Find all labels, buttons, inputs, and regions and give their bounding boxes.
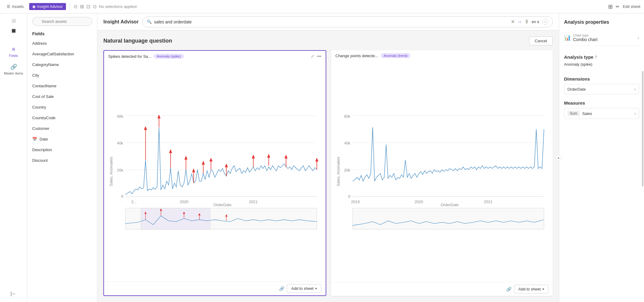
select-icon3: ⊡ (86, 4, 90, 9)
chart-type-icon: 📊 (564, 34, 571, 41)
field-item-address[interactable]: Address (27, 38, 97, 49)
link-icon-1[interactable]: 🔗 (279, 286, 284, 291)
field-item-discount[interactable]: Discount (27, 155, 97, 166)
grid-icon[interactable]: ⊞ (608, 3, 613, 10)
svg-text:20k: 20k (117, 168, 123, 172)
chart-2-title: Change points detecte... (335, 54, 378, 58)
search-bar[interactable]: 🔍 sales and orderdate ✕ → 🎙 en ∨ i (142, 16, 553, 27)
sidebar-item-fields[interactable]: ≡ Fields (2, 44, 26, 60)
svg-rect-49 (141, 208, 210, 229)
sidebar-item-master-items[interactable]: 🔗 Master items (2, 61, 26, 78)
right-panel: Analysis properties 📊 Chart type Combo c… (559, 13, 644, 302)
chart-1-body: Sales, Anomalies 60k 40k 20k 0 2... 2 (104, 62, 326, 281)
assets-label: Assets (12, 4, 24, 9)
clear-search-icon[interactable]: ✕ (511, 19, 515, 25)
chart-1-badge: Anomaly (spike) (154, 54, 184, 59)
chart-type-row[interactable]: 📊 Chart type Combo chart › (564, 31, 639, 46)
calendar-icon: 📅 (32, 137, 37, 141)
dimension-row[interactable]: OrderDate › (564, 84, 639, 94)
main-content: Insight Advisor 🔍 sales and orderdate ✕ … (97, 13, 559, 302)
svg-text:OrderDate: OrderDate (441, 203, 459, 207)
field-item-description[interactable]: Description (27, 144, 97, 155)
dimensions-label: Dimensions (564, 76, 639, 82)
expand-icon-1[interactable]: ⤢ (311, 54, 314, 59)
svg-marker-29 (252, 154, 255, 158)
right-panel-collapse-btn[interactable]: ▲ (556, 155, 562, 161)
analysis-type-help[interactable]: ? (595, 55, 597, 60)
edit-sheet-icon[interactable]: ✏ (616, 4, 620, 9)
insight-advisor-nav-item[interactable]: ◉ Insight Advisor (29, 3, 66, 10)
measure-arrow[interactable]: › (634, 111, 636, 116)
svg-text:20k: 20k (344, 168, 351, 172)
svg-marker-21 (192, 168, 195, 172)
lang-selector[interactable]: en ∨ (532, 19, 540, 24)
svg-text:0: 0 (348, 194, 350, 199)
field-item-contactname[interactable]: ContactName (27, 81, 97, 91)
fields-panel-title: Fields (27, 28, 97, 38)
forward-icon[interactable]: → (517, 19, 522, 25)
svg-marker-13 (144, 126, 147, 130)
master-items-label: Master items (4, 71, 23, 75)
sidebar-collapse-btn[interactable]: |← (2, 289, 26, 299)
add-to-sheet-btn-1[interactable]: Add to sheet ▾ (287, 284, 321, 293)
svg-text:2020: 2020 (180, 200, 188, 204)
layout-split-icon: ⬛ (12, 29, 16, 33)
mic-icon[interactable]: 🎙 (525, 19, 529, 25)
svg-text:40k: 40k (344, 141, 351, 145)
no-selections-label: No selections applied (99, 4, 137, 9)
right-panel-scrollbar[interactable] (642, 71, 643, 187)
svg-text:Sales, Anomalies: Sales, Anomalies (109, 157, 113, 186)
insight-icon: ◉ (32, 4, 36, 9)
nlq-row: Natural language question Cancel (103, 36, 553, 45)
chart-card-2-header: Change points detecte... Anomaly (trend) (331, 50, 553, 61)
dimension-arrow[interactable]: › (634, 87, 636, 92)
chart-1-footer: 🔗 Add to sheet ▾ (104, 281, 326, 295)
svg-text:2...: 2... (131, 200, 137, 204)
svg-text:OrderDate: OrderDate (213, 203, 231, 207)
left-sidebar: ⬜ ⬛ ≡ Fields 🔗 Master items |← (0, 13, 27, 302)
assets-nav-item[interactable]: ☰ Assets (4, 3, 27, 10)
sidebar-item-toggle-right[interactable]: ⬛ (2, 26, 26, 35)
measure-value: Sales (582, 111, 632, 116)
svg-text:0: 0 (121, 194, 123, 199)
chart-type-section: 📊 Chart type Combo chart › (564, 31, 639, 46)
search-assets-input[interactable] (32, 17, 92, 26)
field-item-city[interactable]: City (27, 70, 97, 81)
chart-card-2: Change points detecte... Anomaly (trend)… (331, 50, 553, 296)
cancel-button[interactable]: Cancel (529, 36, 553, 45)
field-item-date[interactable]: 📅 Date (27, 134, 97, 144)
more-icon-1[interactable]: ••• (317, 54, 321, 59)
svg-marker-23 (202, 161, 205, 165)
field-item-cost-of-sale[interactable]: Cost of Sale (27, 91, 97, 102)
lang-label: en (532, 19, 536, 24)
assets-icon: ☰ (7, 4, 10, 9)
analysis-type-label: Analysis type (564, 54, 594, 60)
top-nav: ☰ Assets ◉ Insight Advisor ⊙ ⊞ ⊡ ⊙ No se… (0, 0, 644, 13)
measures-row[interactable]: Sum Sales › (564, 108, 639, 119)
fields-panel: 🔍 Fields AddressAverageCallSatisfactionC… (27, 13, 97, 302)
sidebar-item-toggle-left[interactable]: ⬜ (2, 16, 26, 25)
field-item-countrycode[interactable]: CountryCode (27, 113, 97, 123)
field-item-country[interactable]: Country (27, 102, 97, 113)
info-icon[interactable]: i (542, 19, 548, 25)
svg-marker-33 (285, 154, 288, 158)
edit-sheet-label[interactable]: Edit sheet (623, 4, 640, 9)
analysis-type-section: Analysis type ? Anomaly (spike) (564, 52, 639, 70)
svg-marker-27 (225, 163, 228, 167)
svg-marker-31 (267, 154, 270, 158)
link-icon-2[interactable]: 🔗 (506, 287, 511, 292)
svg-text:60k: 60k (344, 114, 351, 119)
chart-type-arrow[interactable]: › (638, 35, 639, 40)
sidebar-bottom: |← (2, 289, 26, 302)
field-item-customer[interactable]: Customer (27, 123, 97, 134)
measures-label: Measures (564, 100, 639, 106)
field-item-averagecallsatisfaction[interactable]: AverageCallSatisfaction (27, 49, 97, 59)
layout-icon: ⬜ (12, 19, 16, 23)
fields-label: Fields (9, 54, 18, 57)
right-collapse-icon: ▲ (557, 156, 560, 159)
dimension-value: OrderDate (567, 87, 634, 92)
add-to-sheet-btn-2[interactable]: Add to sheet ▾ (514, 285, 549, 293)
svg-marker-15 (158, 115, 161, 119)
svg-marker-35 (315, 158, 318, 161)
field-item-categoryname[interactable]: CategoryName (27, 59, 97, 70)
